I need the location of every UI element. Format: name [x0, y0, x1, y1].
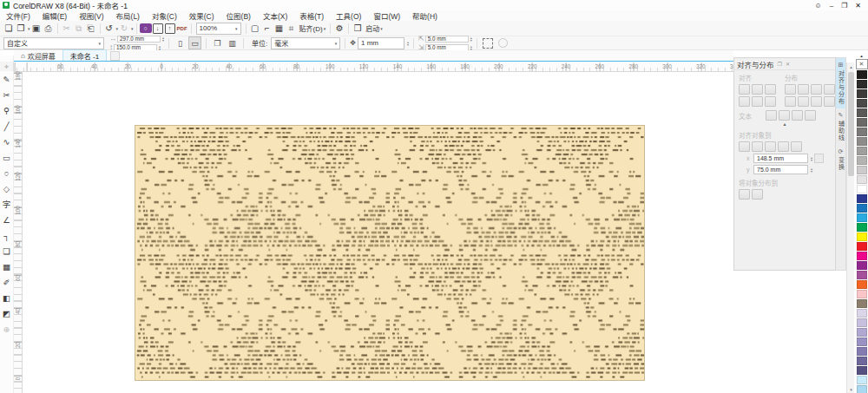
align-right-icon[interactable] [765, 84, 776, 95]
docker-tab-guidelines[interactable]: ✎辅助线 [836, 108, 845, 145]
align-to-specified-point-icon[interactable] [791, 141, 802, 152]
docker-close-button[interactable]: ✕ [786, 61, 790, 67]
palette-swatch[interactable] [857, 280, 867, 289]
distribute-center-v-icon[interactable] [798, 96, 809, 107]
palette-swatch[interactable] [857, 309, 867, 318]
palette-swatch[interactable] [857, 99, 867, 108]
menu-table[interactable]: 表格(T) [293, 10, 330, 21]
palette-swatch[interactable] [857, 242, 867, 251]
transparency-tool[interactable]: ▦ [1, 259, 13, 274]
menu-bitmaps[interactable]: 位图(B) [220, 10, 257, 21]
units-combo[interactable]: 毫米 ▾ [271, 37, 340, 49]
palette-swatch[interactable] [857, 261, 867, 270]
page-width-spinner[interactable]: ▴▾ [162, 36, 164, 42]
text-bounding-box-icon[interactable] [792, 110, 803, 121]
drawing-canvas[interactable]: 180160140120100806040200 [14, 72, 846, 393]
show-rulers-button[interactable]: ⌐ [261, 22, 273, 35]
distribute-spacing-v-icon[interactable] [811, 96, 822, 107]
align-to-page-center-icon[interactable] [765, 141, 776, 152]
page-preset-combo[interactable]: 自定义 ▾ [3, 37, 104, 49]
palette-swatch[interactable] [857, 347, 867, 356]
paste-button[interactable]: ⎗ [85, 22, 97, 35]
fullscreen-preview-button[interactable]: ▢ [249, 22, 261, 35]
no-color-swatch[interactable]: ✕ [856, 59, 868, 69]
palette-swatch[interactable] [857, 357, 867, 365]
show-grid-button[interactable]: ▦ [273, 22, 286, 35]
rectangle-tool[interactable]: ▭ [1, 149, 13, 165]
freehand-tool[interactable]: ╱ [1, 118, 13, 134]
distribute-left-icon[interactable] [785, 84, 796, 95]
interactive-fill-tool[interactable]: ◧ [1, 290, 13, 305]
vertical-ruler[interactable]: 180160140120100806040200 [14, 72, 23, 393]
align-top-icon[interactable] [739, 96, 750, 107]
docker-tab-transform[interactable]: ⟳变换 [836, 145, 845, 174]
distribute-to-selection-icon[interactable] [739, 189, 750, 200]
duplicate-x-spinner[interactable]: ▴▾ [470, 36, 472, 42]
ruler-origin-corner[interactable]: ✛ [0, 62, 14, 71]
menu-text[interactable]: 文本(X) [257, 10, 293, 21]
export-button[interactable]: ↑ [164, 22, 176, 35]
menu-view[interactable]: 视图(V) [73, 10, 109, 21]
palette-swatch[interactable] [857, 166, 867, 174]
scrollbar-thumb[interactable] [848, 72, 854, 176]
menu-file[interactable]: 文件(F) [0, 10, 36, 21]
nudge-spinner[interactable]: ▴▾ [407, 41, 409, 46]
application-launcher-button[interactable]: 启动 ▾ [364, 23, 385, 33]
palette-swatch[interactable] [857, 185, 867, 193]
specify-point-button[interactable] [814, 154, 824, 163]
portrait-button[interactable]: ▯ [174, 36, 187, 49]
search-content-button[interactable]: ○ [140, 23, 152, 33]
horizontal-ruler[interactable]: ✛ 60402002040608010012014016018020022024… [14, 62, 733, 72]
palette-swatch[interactable] [857, 147, 867, 155]
open-button[interactable]: ❐ [15, 22, 27, 35]
vertical-scrollbar[interactable]: ▴ ▾ [846, 62, 854, 393]
menu-edit[interactable]: 编辑(E) [36, 10, 73, 21]
menu-help[interactable]: 帮助(H) [406, 10, 444, 21]
y-spinner[interactable]: ▴▾ [811, 167, 812, 173]
artistic-media-tool[interactable]: ∿ [1, 134, 13, 149]
document-tab-active[interactable]: 未命名 -1 [62, 49, 107, 61]
x-coordinate-field[interactable]: 148.5 mm [753, 154, 808, 163]
palette-swatch[interactable] [857, 128, 867, 136]
menu-layout[interactable]: 布局(L) [110, 10, 146, 21]
palette-swatch[interactable] [857, 80, 867, 88]
text-last-baseline-icon[interactable] [779, 110, 790, 121]
y-coordinate-field[interactable]: 75.0 mm [753, 165, 808, 174]
palette-swatch[interactable] [857, 271, 867, 279]
palette-swatch[interactable] [857, 299, 867, 308]
import-button[interactable]: ↓ [152, 22, 164, 35]
palette-swatch[interactable] [857, 318, 867, 327]
palette-swatch[interactable] [857, 252, 867, 260]
scroll-down-arrow[interactable]: ▾ [847, 385, 855, 393]
drop-shadow-tool[interactable]: ❏ [1, 243, 13, 259]
color-eyedropper-tool[interactable]: ✐ [1, 274, 13, 290]
snap-icon[interactable]: ⌗ [286, 22, 298, 35]
palette-swatch[interactable] [857, 204, 867, 213]
page-width-field[interactable]: 297.0 mm [117, 36, 161, 43]
pattern-bitmap-object[interactable] [135, 125, 645, 381]
menu-effects[interactable]: 效果(C) [183, 10, 220, 21]
zoom-level-combo[interactable]: 100% ▾ [196, 23, 241, 35]
palette-swatch[interactable] [857, 233, 867, 241]
palette-swatch[interactable] [857, 194, 867, 203]
palette-scroll-up-icon[interactable]: ▴ [860, 54, 863, 58]
minimize-button[interactable]: – [830, 2, 833, 10]
dimension-tool[interactable]: ∠ [1, 212, 13, 227]
distribute-to-page-icon[interactable] [752, 189, 763, 200]
palette-swatch[interactable] [857, 376, 867, 384]
docker-float-button[interactable]: ❐ [778, 61, 782, 67]
distribute-top-icon[interactable] [785, 96, 796, 107]
polygon-tool[interactable]: ◇ [1, 180, 13, 196]
docker-collapse-arrow[interactable]: ▴ [734, 121, 835, 128]
duplicate-x-field[interactable]: 5.0 mm [425, 36, 469, 43]
palette-swatch[interactable] [857, 89, 867, 98]
new-document-button[interactable]: ❏ [3, 22, 15, 35]
palette-swatch[interactable] [857, 108, 867, 117]
palette-swatch[interactable] [857, 156, 867, 165]
align-to-active-object-icon[interactable] [739, 141, 750, 152]
palette-swatch[interactable] [857, 223, 867, 232]
align-center-vertical-icon[interactable] [752, 96, 763, 107]
zoom-tool[interactable]: ⚲ [1, 102, 13, 118]
text-first-baseline-icon[interactable] [766, 110, 777, 121]
current-page-button[interactable]: ▥ [226, 36, 239, 49]
